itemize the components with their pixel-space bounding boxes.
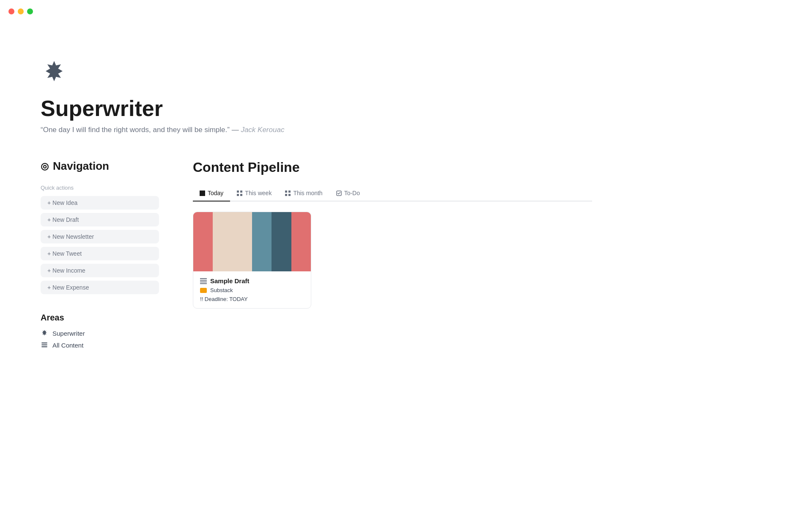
new-expense-button[interactable]: + New Expense — [41, 281, 159, 294]
quick-actions-label: Quick actions — [41, 185, 159, 191]
new-income-button[interactable]: + New Income — [41, 264, 159, 277]
svg-rect-8 — [285, 190, 287, 193]
all-content-icon — [41, 341, 48, 349]
tab-this-month[interactable]: This month — [278, 185, 329, 202]
tab-this-week[interactable]: This week — [230, 185, 278, 202]
tab-today-label: Today — [208, 190, 223, 196]
quote-text: “One day I will find the right words, an… — [41, 126, 230, 134]
stripe-5 — [291, 212, 311, 271]
quote-author: Jack Kerouac — [241, 126, 284, 134]
svg-rect-0 — [41, 342, 47, 343]
area-all-content[interactable]: All Content — [41, 341, 159, 349]
new-newsletter-button[interactable]: + New Newsletter — [41, 230, 159, 243]
card-title: Sample Draft — [210, 277, 250, 284]
svg-rect-10 — [285, 194, 287, 196]
areas-section: Areas Superwriter All Content — [41, 313, 159, 349]
substack-badge-icon — [200, 288, 207, 293]
logo-icon — [41, 59, 68, 86]
card-body: Sample Draft Substack !! Deadline: TODAY — [193, 271, 311, 308]
tab-todo-label: To-Do — [344, 190, 360, 196]
svg-rect-1 — [41, 345, 47, 345]
close-button[interactable] — [8, 8, 14, 14]
card-subtitle-row: Substack — [200, 287, 304, 293]
stripe-4 — [272, 212, 291, 271]
quote-separator: — — [232, 126, 241, 134]
two-column-layout: ◎ Navigation Quick actions + New Idea + … — [41, 160, 592, 353]
areas-label: Areas — [41, 313, 159, 323]
svg-rect-3 — [200, 190, 205, 196]
new-tweet-button[interactable]: + New Tweet — [41, 247, 159, 260]
pipeline-section: Content Pipeline Today This w — [193, 160, 592, 309]
maximize-button[interactable] — [27, 8, 33, 14]
svg-rect-13 — [200, 278, 207, 279]
tab-this-month-label: This month — [293, 190, 322, 196]
stripe-3 — [252, 212, 272, 271]
pipeline-title: Content Pipeline — [193, 160, 592, 175]
area-superwriter[interactable]: Superwriter — [41, 329, 159, 337]
today-icon — [200, 190, 205, 196]
card-title-row: Sample Draft — [200, 277, 304, 284]
this-week-icon — [237, 190, 242, 196]
svg-rect-15 — [200, 282, 207, 282]
pipeline-tabs: Today This week — [193, 185, 592, 202]
todo-icon — [336, 190, 342, 196]
superwriter-icon — [41, 329, 48, 337]
page-title: Superwriter — [41, 97, 592, 121]
svg-rect-4 — [237, 190, 239, 193]
area-superwriter-label: Superwriter — [52, 330, 85, 337]
svg-rect-14 — [200, 280, 207, 281]
this-month-icon — [285, 190, 291, 196]
svg-rect-6 — [237, 194, 239, 196]
svg-rect-5 — [240, 190, 242, 193]
minimize-button[interactable] — [18, 8, 24, 14]
navigation-title-text: Navigation — [53, 160, 109, 173]
new-draft-button[interactable]: + New Draft — [41, 213, 159, 226]
svg-rect-11 — [288, 194, 291, 196]
area-all-content-label: All Content — [52, 342, 83, 349]
navigation-icon: ◎ — [41, 161, 49, 172]
navigation-title: ◎ Navigation — [41, 160, 159, 173]
tab-today[interactable]: Today — [193, 185, 230, 202]
svg-rect-7 — [240, 194, 242, 196]
stripe-1 — [193, 212, 213, 271]
card-deadline: !! Deadline: TODAY — [200, 296, 304, 302]
tab-todo[interactable]: To-Do — [329, 185, 367, 202]
svg-rect-16 — [200, 283, 207, 284]
page-quote: “One day I will find the right words, an… — [41, 126, 592, 134]
card-platform: Substack — [210, 287, 233, 293]
tab-this-week-label: This week — [245, 190, 272, 196]
content-card[interactable]: Sample Draft Substack !! Deadline: TODAY — [193, 212, 311, 309]
traffic-lights — [8, 8, 33, 14]
main-content: Superwriter “One day I will find the rig… — [0, 0, 592, 353]
svg-rect-9 — [288, 190, 291, 193]
card-image — [193, 212, 311, 271]
stripe-2 — [213, 212, 252, 271]
card-type-icon — [200, 278, 207, 284]
navigation-section: ◎ Navigation Quick actions + New Idea + … — [41, 160, 159, 353]
svg-rect-2 — [41, 346, 47, 347]
new-idea-button[interactable]: + New Idea — [41, 196, 159, 210]
